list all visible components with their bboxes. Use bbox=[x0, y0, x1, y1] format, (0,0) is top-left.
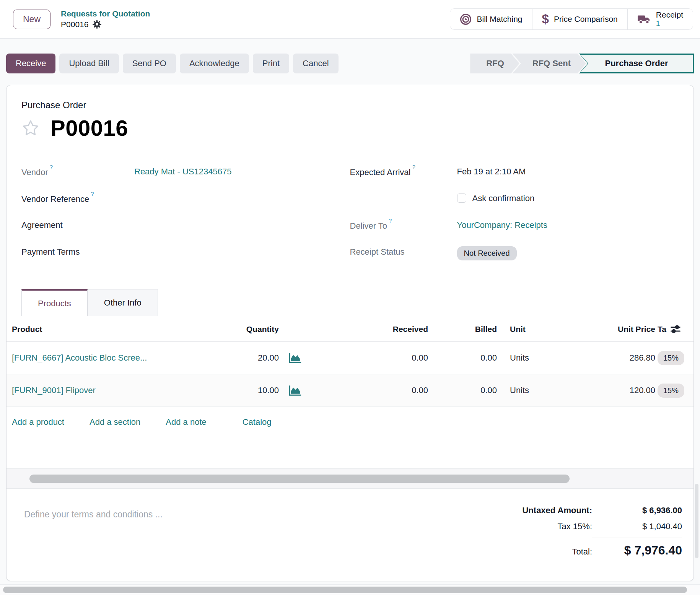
ask-confirmation-checkbox[interactable] bbox=[457, 193, 466, 203]
tax-label: Tax 15%: bbox=[558, 522, 593, 532]
bullseye-icon bbox=[460, 13, 472, 25]
optional-columns-icon[interactable] bbox=[670, 324, 681, 334]
field-payment-terms: Payment Terms bbox=[21, 246, 350, 273]
col-header-taxes[interactable]: Ta bbox=[655, 324, 693, 334]
breadcrumb-current: P00016 bbox=[61, 20, 150, 29]
gear-icon[interactable] bbox=[92, 20, 102, 29]
field-grid: Vendor? Ready Mat - US12345675 Vendor Re… bbox=[21, 166, 678, 273]
receipt-label: Receipt bbox=[656, 11, 683, 20]
help-icon: ? bbox=[412, 164, 415, 170]
unit-price-cell[interactable]: 286.80 bbox=[555, 353, 655, 363]
receive-button[interactable]: Receive bbox=[6, 54, 55, 73]
expected-arrival-value[interactable]: Feb 19 at 2:10 AM bbox=[457, 166, 526, 177]
totals-divider bbox=[592, 538, 682, 538]
field-vendor-reference: Vendor Reference? bbox=[21, 193, 350, 219]
order-lines-table: Product Quantity Received Billed Unit Un… bbox=[7, 316, 693, 437]
help-icon: ? bbox=[91, 190, 94, 197]
col-header-received[interactable]: Received bbox=[311, 325, 428, 334]
breadcrumb-current-label: P00016 bbox=[61, 20, 88, 29]
table-scrollbar-thumb[interactable] bbox=[29, 475, 570, 483]
stat-button-group: Bill Matching $ Price Comparison Receipt… bbox=[450, 8, 693, 30]
table-row[interactable]: [FURN_6667] Acoustic Bloc Scree... 20.00… bbox=[7, 342, 693, 374]
field-agreement: Agreement bbox=[21, 219, 350, 246]
tax-badge[interactable]: 15% bbox=[658, 351, 684, 365]
page-horizontal-scrollbar bbox=[0, 584, 700, 595]
tab-other-info[interactable]: Other Info bbox=[88, 289, 158, 316]
cancel-button[interactable]: Cancel bbox=[293, 54, 338, 73]
page-vertical-scrollbar-thumb[interactable] bbox=[695, 484, 698, 558]
unit-cell[interactable]: Units bbox=[497, 353, 555, 363]
table-footer-links: Add a product Add a section Add a note C… bbox=[7, 407, 693, 437]
untaxed-amount-label: Untaxed Amount: bbox=[522, 506, 592, 515]
col-header-unit[interactable]: Unit bbox=[497, 325, 555, 334]
tax-badge[interactable]: 15% bbox=[658, 384, 684, 398]
ask-confirmation-label: Ask confirmation bbox=[472, 193, 535, 203]
dollar-icon: $ bbox=[542, 12, 549, 26]
receipt-status-badge: Not Received bbox=[457, 246, 517, 260]
bill-matching-button[interactable]: Bill Matching bbox=[450, 9, 532, 29]
totals-block: Untaxed Amount: $ 6,936.00 Tax 15%: $ 1,… bbox=[502, 506, 682, 564]
quantity-cell[interactable]: 20.00 bbox=[208, 353, 279, 363]
quantity-cell[interactable]: 10.00 bbox=[208, 385, 279, 395]
table-horizontal-scrollbar bbox=[7, 469, 693, 489]
field-ask-confirmation: Ask confirmation bbox=[350, 193, 679, 219]
vendor-value-link[interactable]: Ready Mat - US12345675 bbox=[134, 166, 231, 177]
forecast-chart-icon[interactable] bbox=[279, 385, 311, 397]
unit-cell[interactable]: Units bbox=[497, 385, 555, 395]
billed-cell[interactable]: 0.00 bbox=[428, 353, 497, 363]
received-cell[interactable]: 0.00 bbox=[311, 353, 428, 363]
status-step-rfq[interactable]: RFQ bbox=[470, 54, 519, 73]
breadcrumb: Requests for Quotation P00016 bbox=[61, 9, 150, 29]
record-name[interactable]: P00016 bbox=[50, 115, 128, 141]
forecast-chart-icon[interactable] bbox=[279, 352, 311, 364]
add-note-link[interactable]: Add a note bbox=[166, 417, 206, 427]
add-section-link[interactable]: Add a section bbox=[90, 417, 140, 427]
field-expected-arrival: Expected Arrival? Feb 19 at 2:10 AM bbox=[350, 166, 679, 193]
col-header-billed[interactable]: Billed bbox=[428, 325, 497, 334]
status-step-rfq-sent[interactable]: RFQ Sent bbox=[513, 54, 586, 73]
price-comparison-button[interactable]: $ Price Comparison bbox=[532, 9, 627, 29]
upload-bill-button[interactable]: Upload Bill bbox=[59, 54, 119, 73]
top-bar: New Requests for Quotation P00016 bbox=[0, 0, 700, 39]
acknowledge-button[interactable]: Acknowledge bbox=[180, 54, 249, 73]
status-pipeline: RFQ RFQ Sent Purchase Order bbox=[470, 54, 694, 73]
received-cell[interactable]: 0.00 bbox=[311, 385, 428, 395]
new-button[interactable]: New bbox=[13, 10, 50, 29]
unit-price-cell[interactable]: 120.00 bbox=[555, 385, 655, 395]
notebook-tabs: Products Other Info bbox=[7, 289, 693, 316]
field-vendor: Vendor? Ready Mat - US12345675 bbox=[21, 166, 350, 193]
page-horizontal-scrollbar-thumb[interactable] bbox=[3, 587, 687, 593]
breadcrumb-parent-link[interactable]: Requests for Quotation bbox=[61, 9, 150, 18]
untaxed-amount-value: $ 6,936.00 bbox=[592, 506, 682, 515]
receipt-count: 1 bbox=[656, 20, 660, 28]
table-row[interactable]: [FURN_9001] Flipover 10.00 0.00 0.00 Uni… bbox=[7, 374, 693, 407]
deliver-to-value-link[interactable]: YourCompany: Receipts bbox=[457, 219, 547, 230]
terms-input[interactable]: Define your terms and conditions ... bbox=[24, 506, 163, 564]
catalog-link[interactable]: Catalog bbox=[243, 417, 272, 427]
tab-products[interactable]: Products bbox=[21, 289, 88, 316]
empty-band bbox=[7, 437, 693, 469]
product-link[interactable]: [FURN_6667] Acoustic Bloc Scree... bbox=[12, 353, 147, 363]
billed-cell[interactable]: 0.00 bbox=[428, 385, 497, 395]
help-icon: ? bbox=[389, 217, 392, 224]
print-button[interactable]: Print bbox=[253, 54, 289, 73]
favorite-star-icon[interactable] bbox=[21, 119, 40, 137]
truck-icon bbox=[637, 14, 651, 24]
field-receipt-status: Receipt Status Not Received bbox=[350, 246, 679, 273]
action-bar: Receive Upload Bill Send PO Acknowledge … bbox=[6, 39, 694, 73]
help-icon: ? bbox=[50, 164, 53, 170]
col-header-product[interactable]: Product bbox=[7, 325, 208, 334]
bill-matching-label: Bill Matching bbox=[477, 15, 522, 24]
product-link[interactable]: [FURN_9001] Flipover bbox=[12, 385, 96, 395]
col-header-quantity[interactable]: Quantity bbox=[208, 325, 279, 334]
terms-and-totals: Define your terms and conditions ... Unt… bbox=[7, 489, 693, 564]
status-step-purchase-order[interactable]: Purchase Order bbox=[579, 54, 694, 73]
send-po-button[interactable]: Send PO bbox=[123, 54, 176, 73]
total-value: $ 7,976.40 bbox=[592, 543, 682, 558]
col-header-unit-price[interactable]: Unit Price bbox=[555, 325, 655, 334]
table-header-row: Product Quantity Received Billed Unit Un… bbox=[7, 316, 693, 342]
receipt-button[interactable]: Receipt 1 bbox=[627, 9, 693, 29]
field-deliver-to: Deliver To? YourCompany: Receipts bbox=[350, 219, 679, 246]
add-product-link[interactable]: Add a product bbox=[12, 417, 64, 427]
price-comparison-label: Price Comparison bbox=[554, 15, 618, 24]
